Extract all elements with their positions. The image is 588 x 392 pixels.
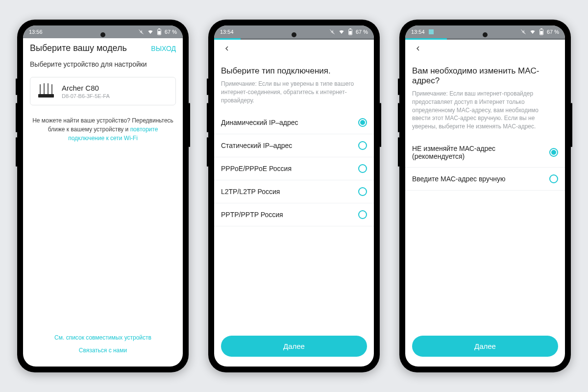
page-heading: Выберите тип подключения. — [214, 59, 374, 77]
status-bar: 13:54 67 % — [405, 25, 565, 38]
svg-rect-14 — [540, 28, 542, 29]
wifi-icon — [529, 29, 536, 35]
exit-button[interactable]: ВЫХОД — [151, 45, 176, 52]
battery-icon — [539, 28, 544, 35]
page-title: Выберите вашу модель — [30, 43, 127, 53]
radio-icon — [358, 164, 367, 173]
note-text: Примечание: Если вы не уверены в типе ва… — [214, 77, 374, 111]
radio-icon — [358, 210, 367, 219]
wifi-icon — [147, 29, 154, 35]
option-l2tp[interactable]: L2TP/L2TP Россия — [214, 180, 374, 203]
next-button[interactable]: Далее — [412, 336, 558, 357]
status-time: 13:54 — [220, 29, 234, 35]
status-time: 13:56 — [29, 29, 43, 35]
svg-rect-10 — [349, 28, 351, 29]
svg-rect-2 — [158, 28, 160, 29]
device-card[interactable]: Archer C80 D8-07-B6-3F-5E-FA — [30, 77, 176, 105]
router-icon — [36, 83, 56, 99]
radio-icon — [549, 174, 558, 183]
svg-rect-1 — [158, 31, 160, 34]
battery-pct: 67 % — [547, 29, 559, 35]
option-dynamic-ip[interactable]: Динамический IP–адрес — [214, 111, 374, 134]
option-pppoe[interactable]: PPPoE/PPPoE Россия — [214, 157, 374, 180]
battery-icon — [157, 28, 162, 35]
bottom-links: См. список совместимых устройств Связать… — [23, 326, 183, 367]
contact-link[interactable]: Связаться с нами — [30, 344, 176, 357]
back-button[interactable] — [221, 43, 233, 56]
phone-mockup-3: 13:54 67 % Вам необходимо изменить MAC-а… — [399, 20, 571, 372]
phone-mockup-1: 13:56 67 % Выберите вашу модель ВЫХОД Вы… — [17, 20, 189, 372]
mute-icon — [520, 29, 526, 35]
mute-icon — [329, 29, 335, 35]
page-heading: Вам необходимо изменить MAC-адрес? — [405, 59, 565, 87]
option-keep-mac[interactable]: НЕ изменяйте МАС-адрес (рекомендуется) — [405, 138, 565, 168]
mac-option-list: НЕ изменяйте МАС-адрес (рекомендуется) В… — [405, 138, 565, 191]
radio-icon — [358, 118, 367, 127]
screen-3: 13:54 67 % Вам необходимо изменить MAC-а… — [405, 25, 565, 367]
radio-icon — [358, 141, 367, 150]
option-static-ip[interactable]: Статический IP–адрес — [214, 134, 374, 157]
option-manual-mac[interactable]: Введите МАС-адрес вручную — [405, 168, 565, 191]
screenshot-icon — [429, 29, 434, 34]
radio-icon — [549, 148, 558, 157]
svg-rect-13 — [540, 31, 542, 34]
mute-icon — [138, 29, 144, 35]
battery-pct: 67 % — [356, 29, 368, 35]
option-pptp[interactable]: PPTP/PPTP Россия — [214, 203, 374, 226]
note-text: Примечание: Если ваш интернет-провайдер … — [405, 87, 565, 138]
status-time: 13:54 — [411, 29, 425, 35]
svg-rect-9 — [349, 31, 351, 34]
svg-rect-7 — [38, 94, 54, 98]
screen-2: 13:54 67 % Выберите тип подключения. При… — [214, 25, 374, 367]
screen-1: 13:56 67 % Выберите вашу модель ВЫХОД Вы… — [23, 25, 183, 367]
back-button[interactable] — [412, 43, 424, 56]
svg-rect-11 — [429, 29, 434, 34]
battery-icon — [348, 28, 353, 35]
compatible-list-link[interactable]: См. список совместимых устройств — [30, 331, 176, 344]
status-bar: 13:56 67 % — [23, 25, 183, 38]
next-button[interactable]: Далее — [221, 336, 367, 357]
subtitle: Выберите устройство для настройки — [23, 56, 183, 70]
wifi-icon — [338, 29, 345, 35]
help-text: Не можете найти ваше устройство? Передви… — [23, 112, 183, 147]
battery-pct: 67 % — [165, 29, 177, 35]
radio-icon — [358, 187, 367, 196]
phone-mockup-2: 13:54 67 % Выберите тип подключения. При… — [208, 20, 380, 372]
device-mac: D8-07-B6-3F-5E-FA — [62, 93, 170, 99]
header: Выберите вашу модель ВЫХОД — [23, 38, 183, 56]
device-name: Archer C80 — [62, 84, 170, 92]
status-bar: 13:54 67 % — [214, 25, 374, 38]
connection-type-list: Динамический IP–адрес Статический IP–адр… — [214, 111, 374, 226]
